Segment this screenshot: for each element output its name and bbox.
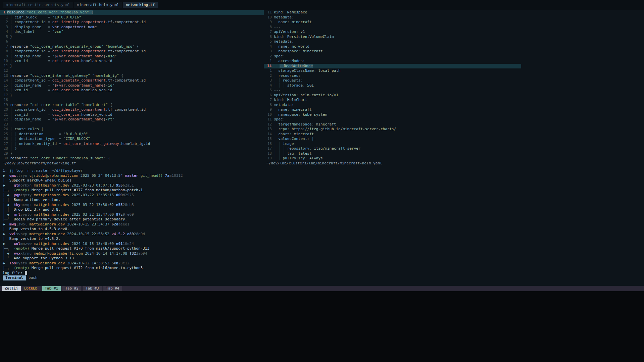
code-line[interactable]: 14│ compartment_id = oci_identity_compar… bbox=[0, 78, 264, 83]
code-line[interactable]: 6kind: PersistentVolumeClaim bbox=[264, 35, 644, 40]
code-line[interactable]: 29} bbox=[0, 151, 264, 156]
code-line[interactable]: 24│ route_rules { bbox=[0, 127, 264, 132]
zellij-tab-3[interactable]: Tab #3 bbox=[83, 286, 102, 291]
code-line[interactable]: 26│ │ destination_type = "CIDR_BLOCK" bbox=[0, 137, 264, 142]
code-line[interactable]: 18 bbox=[0, 98, 264, 103]
code-line[interactable]: 22│ display_name = "${var.compartment_na… bbox=[0, 117, 264, 122]
text bbox=[54, 137, 59, 141]
log-line: ◆ xolmnzvw matt@einhorn.dev 2024-10-15 1… bbox=[3, 242, 644, 247]
code-line[interactable]: 10│ vcn_id = oci_core_vcn.homelab_vcn.id bbox=[0, 59, 264, 64]
code-line[interactable]: 8metadata: bbox=[264, 103, 644, 108]
code-line[interactable]: 15│ display_name = "${var.compartment_na… bbox=[0, 83, 264, 88]
code-line[interactable]: 16│ vcn_id = oci_core_vcn.homelab_vcn.id bbox=[0, 88, 264, 93]
code-string: "oci_core_route_table" bbox=[30, 103, 79, 107]
code-punctuation: = bbox=[59, 132, 63, 136]
indent-guide: │ bbox=[274, 156, 278, 160]
code-reference: oci_identity_compartment bbox=[52, 20, 106, 24]
code-key: vcn_id bbox=[14, 59, 28, 63]
code-line[interactable]: 6apiVersion: helm.cattle.io/v1 bbox=[264, 93, 644, 98]
text bbox=[109, 222, 112, 226]
code-line[interactable]: 1│ cidr_block = "10.0.0.0/16" bbox=[0, 15, 264, 20]
code-line[interactable]: 27│ │ network_entity_id = oci_core_inter… bbox=[0, 142, 264, 147]
text bbox=[5, 232, 9, 236]
code-punctuation: } bbox=[10, 151, 12, 156]
commit-id-rest: 23e12 bbox=[118, 261, 129, 265]
code-line[interactable]: 4│ │ │ storage: 5Gi bbox=[264, 83, 644, 88]
code-lines-yaml: 11kind: Namespace10metadata:9│ name: min… bbox=[264, 10, 644, 161]
code-line[interactable]: 14│ chart: minecraft bbox=[264, 132, 644, 137]
code-line[interactable]: 9│ display_name = "${var.compartment_nam… bbox=[0, 54, 264, 59]
code-key: kind bbox=[274, 98, 283, 102]
code-line[interactable]: 6 bbox=[0, 39, 264, 44]
code-line[interactable]: 5} bbox=[0, 35, 264, 40]
graph-edge-icon: ├─╯ bbox=[3, 217, 9, 221]
code-line[interactable]: 5--- bbox=[264, 88, 644, 93]
code-line[interactable]: 20│ compartment_id = oci_identity_compar… bbox=[0, 107, 264, 112]
terminal-pane: 1: jj log -r ::master ~/d/ffpyplayer ◆ q… bbox=[0, 168, 644, 275]
editor-splits: 1resource "oci_core_vcn" "homelab_vcn" {… bbox=[0, 10, 644, 166]
line-number: 5 bbox=[0, 35, 10, 40]
commit-id-rest: 28cb3 bbox=[123, 203, 134, 207]
code-line[interactable]: 13│ repo: https://itzg.github.io/minecra… bbox=[264, 127, 644, 132]
code-punctuation: : bbox=[289, 132, 292, 136]
code-line[interactable]: 13resource "oci_core_internet_gateway" "… bbox=[0, 73, 264, 79]
buffer-tab-restic-secrets[interactable]: minecraft-restic-secrets.yaml bbox=[3, 2, 73, 8]
code-line[interactable]: 14│ │ - ReadWriteOnce bbox=[264, 64, 521, 69]
code-line[interactable]: 1resource "oci_core_vcn" "homelab_vcn" { bbox=[0, 10, 264, 15]
code-line[interactable]: 7resource "oci_core_network_security_gro… bbox=[0, 44, 264, 49]
code-line[interactable]: 3│ namespace: minecraft bbox=[264, 49, 644, 54]
code-line[interactable]: 12│ targetNamespace: minecraft bbox=[264, 122, 644, 127]
text bbox=[57, 142, 59, 146]
text bbox=[125, 232, 127, 236]
buffer-tab-minecraft-helm[interactable]: minecraft-helm.yaml bbox=[74, 2, 122, 8]
code-line[interactable]: 11kind: Namespace bbox=[264, 10, 644, 15]
code-line[interactable]: 5metadata: bbox=[264, 39, 644, 44]
line-number: 10 bbox=[264, 15, 274, 20]
zellij-tab-1[interactable]: Tab #1 bbox=[42, 286, 61, 291]
zellij-tab-2[interactable]: Tab #2 bbox=[62, 286, 81, 291]
cursor-line-number: 1 bbox=[0, 10, 7, 15]
code-line[interactable]: 10│ namespace: kube-system bbox=[264, 112, 644, 117]
code-line[interactable]: 30resource "oci_core_subnet" "homelab_su… bbox=[0, 156, 264, 161]
text bbox=[5, 222, 9, 226]
code-line[interactable]: 19│ │ pullPolicy: Always bbox=[264, 156, 644, 161]
code-line[interactable]: 8│ compartment_id = oci_identity_compart… bbox=[0, 49, 264, 54]
code-line[interactable]: 2│ compartment_id = oci_identity_compart… bbox=[0, 20, 264, 25]
code-line[interactable]: 23 bbox=[0, 122, 264, 127]
code-line[interactable]: 21│ vcn_id = oci_core_vcn.homelab_vcn.id bbox=[0, 112, 264, 117]
code-key: metadata bbox=[274, 15, 292, 19]
code-line[interactable]: 18│ │ │ tag: latest bbox=[264, 151, 644, 156]
code-line[interactable]: 16│ │ image: bbox=[264, 142, 644, 147]
code-line[interactable]: 8--- bbox=[264, 25, 644, 30]
code-line[interactable]: 25│ │ destination = "0.0.0.0/0" bbox=[0, 132, 264, 137]
code-line[interactable]: 7kind: HelmChart bbox=[264, 98, 644, 103]
code-line[interactable]: 17} bbox=[0, 93, 264, 98]
code-line[interactable]: 28│ } bbox=[0, 146, 264, 151]
text bbox=[27, 232, 30, 236]
code-line[interactable]: 11} bbox=[0, 64, 264, 69]
code-line[interactable]: 2spec: bbox=[264, 54, 644, 59]
code-line[interactable]: 4│ dns_label = "vcn" bbox=[0, 30, 264, 35]
code-line[interactable]: 4│ name: mc-world bbox=[264, 44, 644, 49]
text: Bump version to v4.5.2. bbox=[5, 237, 61, 241]
line-number: 6 bbox=[0, 39, 10, 44]
code-line[interactable]: 12 bbox=[0, 68, 264, 73]
code-line[interactable]: 9│ name: minecraft bbox=[264, 107, 644, 112]
code-line[interactable]: 7apiVersion: v1 bbox=[264, 30, 644, 35]
code-line[interactable]: 2│ resources: bbox=[264, 73, 644, 79]
code-line[interactable]: 15│ valuesContent: |- bbox=[264, 137, 644, 142]
buffer-tab-networking[interactable]: networking.tf bbox=[123, 2, 158, 8]
code-line[interactable]: 19resource "oci_core_route_table" "homel… bbox=[0, 103, 264, 108]
zellij-tab-4[interactable]: Tab #4 bbox=[103, 286, 122, 291]
code-line[interactable]: 9│ name: minecraft bbox=[264, 20, 644, 25]
code-line[interactable]: 3│ │ requests: bbox=[264, 78, 644, 83]
code-line[interactable]: 1│ storageClassName: local-path bbox=[264, 68, 644, 73]
code-line[interactable]: 17│ │ │ repository: itzg/minecraft-serve… bbox=[264, 146, 644, 151]
code-punctuation: : bbox=[296, 30, 298, 34]
code-line[interactable]: 3│ display_name = var.compartment_name bbox=[0, 25, 264, 30]
code-line[interactable]: 10metadata: bbox=[264, 15, 644, 20]
code-line[interactable]: 11spec: bbox=[264, 117, 644, 122]
code-key: resources bbox=[278, 73, 298, 78]
text bbox=[289, 20, 292, 24]
code-line[interactable]: 1│ accessModes: bbox=[264, 59, 644, 64]
